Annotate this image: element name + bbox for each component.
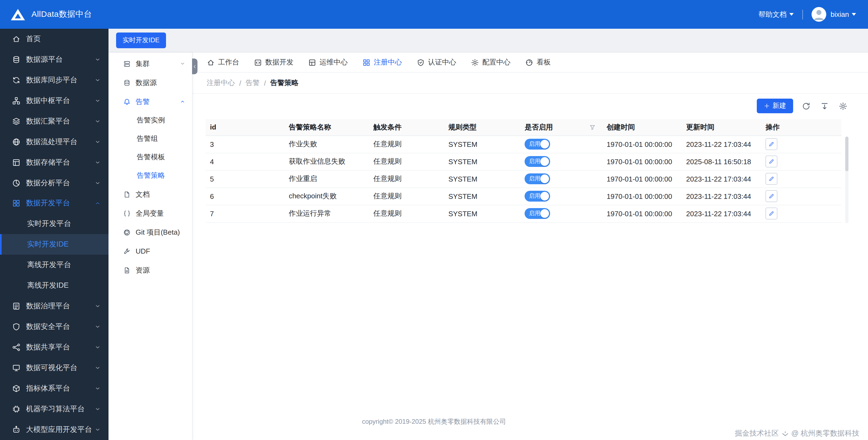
edit-button[interactable] (766, 190, 778, 202)
col-header-trigger[interactable]: 触发条件 (369, 119, 444, 135)
sidebar-item-label: 数据开发平台 (26, 199, 94, 208)
sidebar-item-realtime-dev-ide[interactable]: 实时开发IDE (0, 234, 108, 255)
refresh-icon[interactable] (801, 101, 812, 111)
submenu-item-git-project[interactable]: Git 项目(Beta) (108, 223, 192, 242)
brand[interactable]: AllData数据中台 (10, 8, 92, 21)
sidebar-item-data-source-platform[interactable]: 数据源平台 (0, 49, 108, 70)
chevron-down-icon (94, 303, 101, 309)
sidebar-item-data-storage-platform[interactable]: 数据存储平台 (0, 152, 108, 173)
grid-icon (12, 199, 21, 208)
col-header-update-time[interactable]: 更新时间 (682, 119, 762, 135)
sidebar-item-data-hub-platform[interactable]: 数据中枢平台 (0, 91, 108, 111)
submenu-item-label: UDF (135, 247, 186, 255)
submenu-item-alert-instance[interactable]: 告警实例 (108, 111, 192, 130)
submenu-item-alert-strategy[interactable]: 告警策略 (108, 166, 192, 185)
submenu-item-cluster[interactable]: 集群 (108, 54, 192, 73)
header-divider (802, 9, 803, 19)
edit-button[interactable] (766, 156, 778, 167)
tab-registry-center[interactable]: 注册中心 (362, 53, 402, 72)
table-row[interactable]: 7 作业运行异常 任意规则 SYSTEM 启用 1970-01-01 00:00… (206, 205, 841, 222)
submenu-item-datasource[interactable]: 数据源 (108, 73, 192, 92)
sidebar-item-label: 数据中枢平台 (26, 96, 94, 106)
cell-id: 3 (206, 135, 284, 153)
sidebar-item-data-stream-platform[interactable]: 数据流处理平台 (0, 131, 108, 152)
tab-label: 数据开发 (265, 58, 293, 67)
breadcrumb-item[interactable]: 注册中心 (207, 78, 235, 88)
enable-toggle[interactable]: 启用 (525, 156, 550, 167)
submenu-item-alert-template[interactable]: 告警模板 (108, 148, 192, 166)
tab-config-center[interactable]: 配置中心 (471, 53, 510, 72)
sidebar-item-metrics-platform[interactable]: 指标体系平台 (0, 378, 108, 399)
table-row[interactable]: 3 作业失败 任意规则 SYSTEM 启用 1970-01-01 00:00:0… (206, 135, 841, 153)
table-scrollbar-thumb[interactable] (845, 137, 848, 171)
pencil-icon (769, 210, 775, 217)
submenu-item-udf[interactable]: UDF (108, 242, 192, 261)
cell-name: 作业失败 (284, 135, 369, 153)
col-header-enabled[interactable]: 是否启用 (520, 119, 602, 135)
sidebar-item-home[interactable]: 首页 (0, 29, 108, 49)
sidebar-item-label: 数据库同步平台 (26, 75, 94, 85)
sidebar-item-data-sharing-platform[interactable]: 数据共享平台 (0, 337, 108, 358)
chevron-down-icon (94, 180, 101, 186)
filter-funnel-icon[interactable] (589, 124, 596, 131)
sidebar-item-data-security-platform[interactable]: 数据安全平台 (0, 316, 108, 337)
col-header-name[interactable]: 告警策略名称 (284, 119, 369, 135)
braces-icon (123, 209, 131, 217)
pencil-icon (769, 193, 775, 199)
submenu-item-alert[interactable]: 告警 (108, 92, 192, 111)
cell-rule-type: SYSTEM (444, 205, 520, 222)
workspace-tab-realtime-ide[interactable]: 实时开发IDE (116, 33, 166, 48)
user-avatar[interactable] (812, 7, 826, 22)
sidebar-item-realtime-dev-platform[interactable]: 实时开发平台 (0, 214, 108, 234)
table-scrollbar[interactable] (845, 137, 848, 223)
enable-toggle[interactable]: 启用 (525, 173, 550, 184)
sidebar-item-ml-platform[interactable]: 机器学习算法平台 (0, 399, 108, 419)
enable-toggle[interactable]: 启用 (525, 208, 550, 219)
tab-auth-center[interactable]: 认证中心 (416, 53, 456, 72)
edit-button[interactable] (766, 138, 778, 150)
sidebar-item-data-governance-platform[interactable]: 数据治理平台 (0, 296, 108, 316)
submenu-item-global-variable[interactable]: 全局变量 (108, 204, 192, 223)
tab-ops-center[interactable]: 运维中心 (308, 53, 348, 72)
submenu-item-doc[interactable]: 文档 (108, 185, 192, 204)
edit-button[interactable] (766, 207, 778, 219)
col-header-actions[interactable]: 操作 (762, 119, 841, 135)
sidebar-item-offline-dev-ide[interactable]: 离线开发IDE (0, 275, 108, 296)
cell-rule-type: SYSTEM (444, 188, 520, 205)
user-menu[interactable]: bixian (831, 10, 856, 19)
sidebar-item-data-aggregation-platform[interactable]: 数据汇聚平台 (0, 111, 108, 132)
col-header-rule-type[interactable]: 规则类型 (444, 119, 520, 135)
sidebar-item-data-dev-platform[interactable]: 数据开发平台 (0, 193, 108, 214)
submenu-item-label: 文档 (135, 190, 186, 199)
submenu-item-label: 告警 (135, 97, 180, 106)
cell-update-time: 2023-11-22 17:03:44 (682, 135, 762, 153)
table-row[interactable]: 4 获取作业信息失败 任意规则 SYSTEM 启用 1970-01-01 00:… (206, 153, 841, 170)
sidebar-item-offline-dev-platform[interactable]: 离线开发平台 (0, 255, 108, 275)
import-icon[interactable] (819, 101, 830, 111)
submenu-item-alert-group[interactable]: 告警组 (108, 130, 192, 148)
breadcrumb-separator: / (239, 79, 241, 87)
sidebar-item-db-sync-platform[interactable]: 数据库同步平台 (0, 70, 108, 91)
sidebar-item-data-analysis-platform[interactable]: 数据分析平台 (0, 173, 108, 193)
table-row[interactable]: 6 checkpoint失败 任意规则 SYSTEM 启用 1970-01-01… (206, 188, 841, 205)
cell-actions (762, 188, 841, 205)
col-header-create-time[interactable]: 创建时间 (602, 119, 682, 135)
tab-workbench[interactable]: 工作台 (207, 53, 239, 72)
enable-toggle[interactable]: 启用 (525, 191, 550, 202)
cell-trigger: 任意规则 (369, 135, 444, 153)
sidebar-item-data-visualization-platform[interactable]: 数据可视化平台 (0, 358, 108, 378)
submenu-item-resource[interactable]: 资源 (108, 261, 192, 280)
collapse-sidebar-handle[interactable] (192, 59, 197, 74)
bell-icon (123, 98, 131, 105)
create-button[interactable]: 新建 (757, 99, 793, 113)
tab-dashboard[interactable]: 看板 (525, 53, 551, 72)
col-header-id[interactable]: id (206, 119, 284, 135)
table-row[interactable]: 5 作业重启 任意规则 SYSTEM 启用 1970-01-01 00:00:0… (206, 170, 841, 188)
help-docs-menu[interactable]: 帮助文档 (758, 9, 794, 19)
breadcrumb-item[interactable]: 告警 (246, 78, 259, 88)
tab-label: 配置中心 (482, 58, 510, 67)
settings-gear-icon[interactable] (838, 101, 848, 111)
tab-data-dev[interactable]: 数据开发 (254, 53, 293, 72)
edit-button[interactable] (766, 173, 778, 185)
enable-toggle[interactable]: 启用 (525, 139, 550, 149)
